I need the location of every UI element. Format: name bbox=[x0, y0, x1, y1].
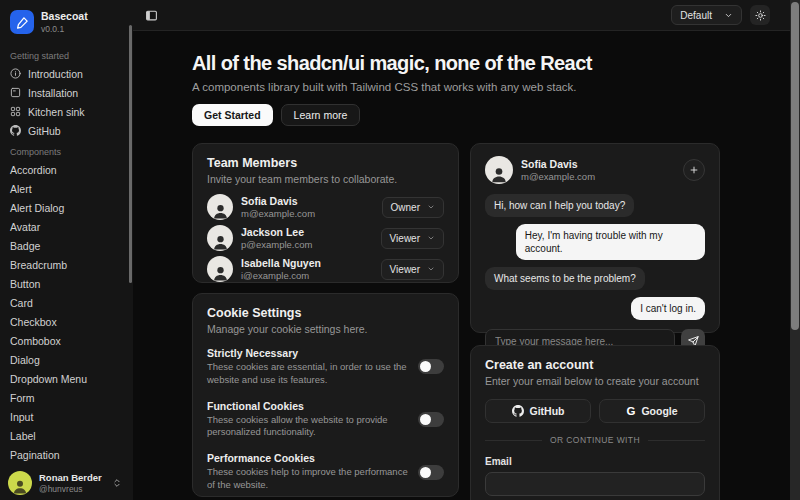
sidebar-item-label: Alert bbox=[10, 183, 32, 195]
member-row: Sofia Davis m@example.com Owner bbox=[207, 194, 444, 220]
sidebar-item-label: Input bbox=[10, 411, 33, 423]
sidebar-item-alert-dialog[interactable]: Alert Dialog bbox=[0, 198, 133, 217]
new-message-button[interactable] bbox=[683, 159, 705, 181]
theme-select[interactable]: Default bbox=[671, 5, 742, 25]
cookie-option-title: Functional Cookies bbox=[207, 400, 408, 412]
sidebar-item-label: Installation bbox=[28, 87, 78, 99]
functional-cookies-toggle[interactable] bbox=[418, 412, 444, 427]
member-row: Isabella Nguyen i@example.com Viewer bbox=[207, 256, 444, 282]
sidebar-item-installation[interactable]: Installation bbox=[0, 83, 133, 102]
user-avatar bbox=[8, 471, 32, 495]
github-icon bbox=[10, 125, 21, 136]
google-signup-button[interactable]: G Google bbox=[599, 399, 705, 423]
sidebar-item-alert[interactable]: Alert bbox=[0, 179, 133, 198]
github-signup-button[interactable]: GitHub bbox=[485, 399, 591, 423]
chat-header: Sofia Davis m@example.com bbox=[485, 156, 705, 184]
sidebar-item-label: Badge bbox=[10, 240, 40, 252]
sidebar-item-card[interactable]: Card bbox=[0, 293, 133, 312]
chat-message-received: What seems to be the problem? bbox=[485, 267, 645, 290]
chat-user-avatar bbox=[485, 156, 513, 184]
app-window: Basecoat v0.0.1 Getting started Introduc… bbox=[0, 0, 800, 500]
member-role-select[interactable]: Viewer bbox=[381, 228, 444, 249]
sidebar-item-label: GitHub bbox=[28, 125, 61, 137]
cookie-option-text: Functional Cookies These cookies allow t… bbox=[207, 400, 408, 440]
email-field[interactable] bbox=[485, 472, 705, 496]
sidebar-item-label: Accordion bbox=[10, 164, 57, 176]
user-name: Ronan Berder bbox=[39, 472, 102, 484]
sidebar-item-badge[interactable]: Badge bbox=[0, 236, 133, 255]
divider-line bbox=[648, 440, 705, 441]
user-info: Ronan Berder @hunvreus bbox=[39, 472, 102, 494]
page-subtitle: A components library built with Tailwind… bbox=[192, 81, 577, 93]
create-account-card: Create an account Enter your email below… bbox=[470, 345, 720, 500]
user-handle: @hunvreus bbox=[39, 484, 102, 494]
chat-message-sent: Hey, I'm having trouble with my account. bbox=[516, 224, 705, 260]
install-icon bbox=[10, 87, 21, 98]
learn-more-button[interactable]: Learn more bbox=[281, 104, 361, 126]
member-name: Sofia Davis bbox=[241, 195, 315, 209]
oauth-button-row: GitHub G Google bbox=[485, 399, 705, 423]
member-avatar bbox=[207, 225, 233, 251]
dark-mode-toggle-button[interactable] bbox=[750, 5, 770, 25]
sidebar-item-combobox[interactable]: Combobox bbox=[0, 331, 133, 350]
grid-icon bbox=[10, 106, 21, 117]
card-description: Manage your cookie settings here. bbox=[207, 323, 444, 335]
strictly-necessary-toggle[interactable] bbox=[418, 359, 444, 374]
sidebar-item-button[interactable]: Button bbox=[0, 274, 133, 293]
member-role-value: Owner bbox=[391, 202, 420, 213]
performance-cookies-toggle[interactable] bbox=[418, 465, 444, 480]
cookie-settings-card: Cookie Settings Manage your cookie setti… bbox=[192, 293, 459, 497]
cookie-option-title: Strictly Necessary bbox=[207, 347, 408, 359]
sidebar-item-label: Dialog bbox=[10, 354, 40, 366]
sidebar-item-introduction[interactable]: Introduction bbox=[0, 64, 133, 83]
sidebar-header[interactable]: Basecoat v0.0.1 bbox=[0, 8, 133, 44]
chat-message-received: Hi, how can I help you today? bbox=[485, 194, 634, 217]
get-started-button[interactable]: Get Started bbox=[192, 104, 273, 126]
sidebar-item-form[interactable]: Form bbox=[0, 388, 133, 407]
email-label: Email bbox=[485, 456, 705, 467]
sidebar-item-avatar[interactable]: Avatar bbox=[0, 217, 133, 236]
app-version: v0.0.1 bbox=[41, 24, 88, 34]
sidebar-item-label: Pagination bbox=[10, 449, 60, 461]
chat-user-info: Sofia Davis m@example.com bbox=[521, 158, 595, 183]
toggle-knob bbox=[420, 467, 431, 478]
sidebar-item-label: Avatar bbox=[10, 221, 40, 233]
sidebar-item-breadcrumb[interactable]: Breadcrumb bbox=[0, 255, 133, 274]
sidebar-toggle-button[interactable] bbox=[145, 9, 158, 22]
sidebar-item-checkbox[interactable]: Checkbox bbox=[0, 312, 133, 331]
sidebar-scrollbar-thumb[interactable] bbox=[129, 25, 132, 283]
toggle-knob bbox=[420, 414, 431, 425]
toggle-knob bbox=[420, 361, 431, 372]
chat-user-name: Sofia Davis bbox=[521, 158, 595, 172]
sidebar-item-label: Label bbox=[10, 430, 36, 442]
member-role-select[interactable]: Owner bbox=[382, 197, 444, 218]
member-role-select[interactable]: Viewer bbox=[381, 259, 444, 280]
app-name: Basecoat bbox=[41, 10, 88, 23]
sidebar: Basecoat v0.0.1 Getting started Introduc… bbox=[0, 0, 133, 500]
main-content: All of the shadcn/ui magic, none of the … bbox=[133, 31, 800, 500]
sidebar-item-label-component[interactable]: Label bbox=[0, 426, 133, 445]
sidebar-item-dropdown-menu[interactable]: Dropdown Menu bbox=[0, 369, 133, 388]
sidebar-item-github[interactable]: GitHub bbox=[0, 121, 133, 140]
hero-cta-row: Get Started Learn more bbox=[192, 104, 360, 126]
sidebar-item-label: Form bbox=[10, 392, 35, 404]
chat-user-email: m@example.com bbox=[521, 171, 595, 182]
sidebar-user-menu[interactable]: Ronan Berder @hunvreus bbox=[0, 466, 130, 500]
sidebar-item-input[interactable]: Input bbox=[0, 407, 133, 426]
page-scrollbar-thumb[interactable] bbox=[791, 2, 799, 330]
google-icon: G bbox=[626, 405, 635, 417]
cookie-option-text: Strictly Necessary These cookies are ess… bbox=[207, 347, 408, 387]
github-icon bbox=[512, 405, 524, 417]
theme-select-value: Default bbox=[680, 10, 712, 21]
github-button-label: GitHub bbox=[530, 405, 565, 417]
sidebar-item-dialog[interactable]: Dialog bbox=[0, 350, 133, 369]
chevron-down-icon bbox=[724, 11, 733, 20]
divider-line bbox=[485, 440, 542, 441]
sidebar-item-kitchen-sink[interactable]: Kitchen sink bbox=[0, 102, 133, 121]
page-scrollbar[interactable] bbox=[790, 0, 800, 500]
sidebar-item-accordion[interactable]: Accordion bbox=[0, 160, 133, 179]
member-email: i@example.com bbox=[241, 270, 321, 281]
sidebar-item-pagination[interactable]: Pagination bbox=[0, 445, 133, 464]
member-name: Isabella Nguyen bbox=[241, 257, 321, 271]
chevron-down-icon bbox=[427, 265, 435, 273]
